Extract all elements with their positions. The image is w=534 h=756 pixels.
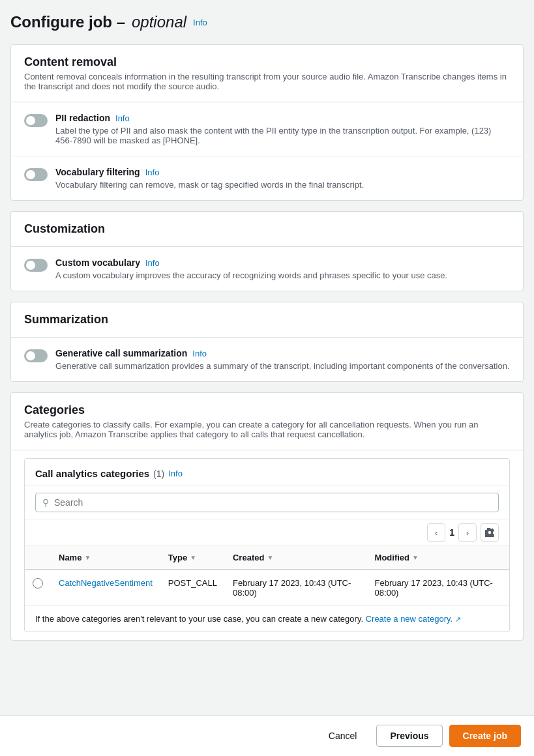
title-italic: optional — [132, 13, 186, 31]
table-row: CatchNegativeSentiment POST_CALL Februar… — [25, 570, 509, 605]
th-select — [25, 546, 51, 570]
summarization-title: Summarization — [24, 313, 510, 327]
custom-vocabulary-label-group: Custom vocabulary Info A custom vocabula… — [55, 257, 447, 280]
search-input[interactable] — [54, 497, 492, 508]
page-title: Configure job – optional Info — [10, 13, 524, 31]
name-sort-icon: ▼ — [84, 554, 91, 561]
search-row: ⚲ — [25, 486, 509, 519]
generative-call-desc: Generative call summarization provides a… — [55, 361, 510, 371]
row-modified-cell: February 17 2023, 10:43 (UTC-08:00) — [367, 570, 509, 605]
th-created[interactable]: Created ▼ — [225, 546, 367, 570]
generative-call-row: Generative call summarization Info Gener… — [11, 338, 523, 381]
pagination-row: ‹ 1 › — [25, 519, 509, 546]
row-created-cell: February 17 2023, 10:43 (UTC-08:00) — [225, 570, 367, 605]
pii-redaction-row: PII redaction Info Label the type of PII… — [11, 102, 523, 156]
custom-vocabulary-toggle[interactable] — [24, 259, 48, 272]
bottom-bar: Cancel Previous Create job — [0, 715, 534, 756]
th-modified[interactable]: Modified ▼ — [367, 546, 509, 570]
vocabulary-filtering-toggle[interactable] — [24, 168, 48, 181]
pagination-settings-button[interactable] — [481, 523, 499, 542]
type-sort-icon: ▼ — [190, 554, 196, 561]
categories-footer: If the above categories aren't relevant … — [25, 605, 509, 632]
create-job-button[interactable]: Create job — [449, 725, 521, 747]
pii-info-link[interactable]: Info — [115, 113, 130, 123]
content-removal-section: Content removal Content removal conceals… — [10, 44, 524, 201]
categories-count: (1) — [153, 469, 164, 479]
categories-header: Categories Create categories to classify… — [11, 393, 523, 450]
customization-section: Customization Custom vocabulary Info A c… — [10, 211, 524, 291]
search-icon: ⚲ — [42, 497, 49, 508]
th-name[interactable]: Name ▼ — [51, 546, 160, 570]
row-name-link[interactable]: CatchNegativeSentiment — [59, 578, 153, 588]
summarization-section: Summarization Generative call summarizat… — [10, 302, 524, 382]
pii-redaction-toggle[interactable] — [24, 114, 48, 127]
pii-redaction-title: PII redaction Info — [55, 113, 510, 123]
customization-header: Customization — [11, 212, 523, 247]
categories-desc: Create categories to classify calls. For… — [24, 420, 510, 439]
created-sort-icon: ▼ — [267, 554, 273, 561]
previous-button[interactable]: Previous — [376, 725, 442, 747]
vocab-filter-info-link[interactable]: Info — [145, 167, 160, 177]
th-type[interactable]: Type ▼ — [160, 546, 225, 570]
cancel-button[interactable]: Cancel — [316, 725, 370, 747]
vocabulary-filtering-label-group: Vocabulary filtering Info Vocabulary fil… — [55, 167, 364, 190]
custom-vocabulary-row: Custom vocabulary Info A custom vocabula… — [11, 247, 523, 291]
categories-title: Categories — [24, 403, 510, 417]
pagination-current-page: 1 — [449, 527, 454, 538]
custom-vocab-info-link[interactable]: Info — [145, 258, 160, 268]
categories-table: Name ▼ Type ▼ — [25, 546, 509, 605]
content-removal-desc: Content removal conceals information in … — [24, 72, 510, 91]
row-radio-cell — [25, 570, 51, 605]
vocabulary-filtering-row: Vocabulary filtering Info Vocabulary fil… — [11, 156, 523, 200]
content-removal-title: Content removal — [24, 55, 510, 69]
title-text: Configure job – — [10, 13, 125, 31]
categories-inner-title: Call analytics categories — [35, 468, 149, 479]
modified-sort-icon: ▼ — [412, 554, 419, 561]
summarization-header: Summarization — [11, 302, 523, 338]
customization-title: Customization — [24, 222, 510, 236]
external-link-icon: ↗ — [455, 615, 461, 623]
categories-info-link[interactable]: Info — [168, 469, 183, 478]
categories-section: Categories Create categories to classify… — [10, 392, 524, 641]
row-type-cell: POST_CALL — [160, 570, 225, 605]
custom-vocabulary-title: Custom vocabulary Info — [55, 257, 447, 268]
generative-call-label-group: Generative call summarization Info Gener… — [55, 348, 510, 371]
pagination-next-button[interactable]: › — [458, 523, 477, 542]
pii-redaction-label-group: PII redaction Info Label the type of PII… — [55, 113, 510, 145]
generative-call-toggle[interactable] — [24, 349, 48, 362]
generative-call-info-link[interactable]: Info — [192, 349, 207, 358]
create-new-category-link[interactable]: Create a new category. ↗ — [366, 614, 461, 624]
categories-inner-card: Call analytics categories (1) Info ⚲ ‹ 1… — [24, 458, 510, 632]
vocabulary-filtering-title: Vocabulary filtering Info — [55, 167, 364, 177]
page-info-link[interactable]: Info — [193, 18, 207, 27]
pii-redaction-desc: Label the type of PII and also mask the … — [55, 126, 510, 145]
categories-footer-text: If the above categories aren't relevant … — [35, 614, 363, 624]
row-name-cell: CatchNegativeSentiment — [51, 570, 160, 605]
categories-table-container: Name ▼ Type ▼ — [25, 546, 509, 605]
categories-inner-header: Call analytics categories (1) Info — [25, 459, 509, 486]
vocabulary-filtering-desc: Vocabulary filtering can remove, mask or… — [55, 180, 364, 190]
content-removal-header: Content removal Content removal conceals… — [11, 45, 523, 102]
generative-call-title: Generative call summarization Info — [55, 348, 510, 358]
custom-vocabulary-desc: A custom vocabulary improves the accurac… — [55, 270, 447, 280]
row-radio-input[interactable] — [33, 578, 43, 589]
pagination-prev-button[interactable]: ‹ — [427, 523, 445, 542]
search-box: ⚲ — [35, 493, 499, 512]
